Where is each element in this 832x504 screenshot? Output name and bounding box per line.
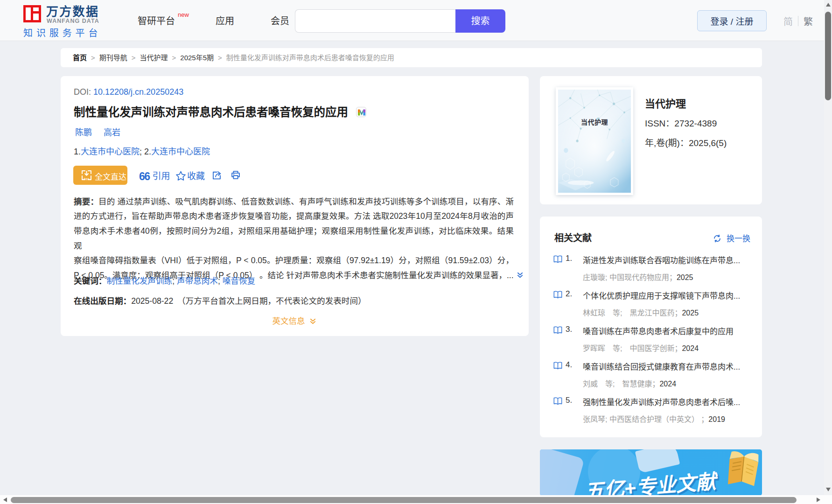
svg-text:free: free — [84, 177, 89, 181]
